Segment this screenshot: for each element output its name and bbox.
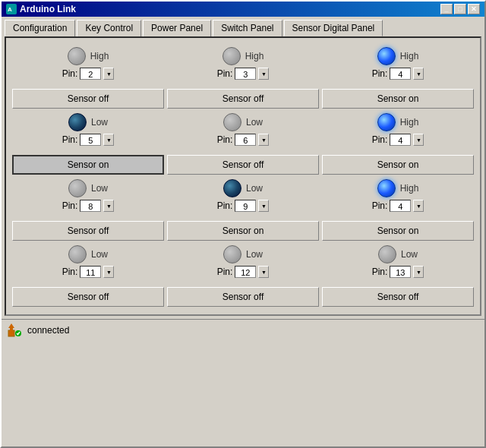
- sensor-btn-0[interactable]: Sensor off: [12, 89, 164, 109]
- pin-value-0[interactable]: 2: [80, 68, 101, 80]
- svg-rect-3: [10, 328, 13, 331]
- sensor-display-row-3: Low Pin: 8 ▼ Low Pin: 9: [12, 176, 474, 218]
- sensor-btn-11[interactable]: Sensor off: [322, 287, 474, 307]
- sensor-display-row-2: Low Pin: 5 ▼ Low Pin: 6: [12, 110, 474, 152]
- pin-label-6: Pin:: [62, 200, 78, 211]
- state-label-6: Low: [91, 183, 108, 194]
- state-label-1: High: [245, 51, 264, 62]
- title-bar: A Arduino Link _ □ ✕: [2, 2, 484, 17]
- sensor-btn-5[interactable]: Sensor on: [322, 155, 474, 175]
- pin-value-6[interactable]: 8: [80, 200, 101, 212]
- tab-sensor-digital-panel[interactable]: Sensor Digital Panel: [284, 20, 383, 36]
- led-1: [222, 47, 241, 65]
- led-6: [68, 179, 87, 197]
- sensor-display-row-1: High Pin: 2 ▼ High Pin: 3: [12, 44, 474, 86]
- led-3: [68, 113, 87, 131]
- status-text: connected: [27, 325, 69, 336]
- sensor-unit-2: High Pin: 4 ▼: [322, 44, 474, 86]
- state-label-5: High: [400, 117, 419, 128]
- pin-dropdown-10[interactable]: ▼: [258, 266, 269, 278]
- pin-value-2[interactable]: 4: [390, 68, 411, 80]
- minimize-button[interactable]: _: [440, 4, 453, 14]
- pin-label-9: Pin:: [62, 267, 78, 277]
- maximize-button[interactable]: □: [454, 4, 466, 14]
- state-label-8: High: [400, 183, 419, 194]
- sensor-btn-8[interactable]: Sensor on: [322, 221, 474, 241]
- window-title: Arduino Link: [20, 4, 76, 14]
- sensor-btn-6[interactable]: Sensor off: [12, 221, 164, 241]
- sensor-unit-11: Low Pin: 13 ▼: [322, 242, 474, 284]
- tab-switch-panel[interactable]: Switch Panel: [213, 20, 282, 36]
- pin-value-3[interactable]: 5: [80, 134, 101, 146]
- pin-dropdown-3[interactable]: ▼: [103, 134, 114, 146]
- state-label-7: Low: [246, 183, 263, 194]
- pin-label-11: Pin:: [372, 267, 388, 277]
- main-window: A Arduino Link _ □ ✕ Configuration Key C…: [0, 0, 486, 448]
- pin-dropdown-1[interactable]: ▼: [258, 68, 269, 80]
- sensor-btn-7[interactable]: Sensor on: [167, 221, 319, 241]
- sensor-btn-3[interactable]: Sensor on: [12, 155, 164, 175]
- pin-label-8: Pin:: [372, 200, 388, 211]
- led-8: [377, 179, 396, 197]
- status-bar: connected: [2, 319, 484, 341]
- pin-dropdown-6[interactable]: ▼: [103, 200, 114, 212]
- connected-icon: [8, 323, 23, 338]
- state-label-2: High: [400, 51, 419, 62]
- tab-power-panel[interactable]: Power Panel: [143, 20, 211, 36]
- pin-label-7: Pin:: [217, 200, 233, 211]
- sensor-btn-1[interactable]: Sensor off: [167, 89, 319, 109]
- tab-configuration[interactable]: Configuration: [5, 20, 75, 36]
- led-5: [377, 113, 396, 131]
- pin-dropdown-11[interactable]: ▼: [413, 266, 424, 278]
- pin-value-8[interactable]: 4: [390, 200, 411, 212]
- title-controls: _ □ ✕: [440, 4, 480, 14]
- sensor-unit-7: Low Pin: 9 ▼: [167, 176, 319, 218]
- sensor-display-row-4: Low Pin: 11 ▼ Low Pin: 12: [12, 242, 474, 284]
- pin-label-4: Pin:: [217, 134, 233, 145]
- led-11: [378, 245, 396, 263]
- btn-row-4: Sensor off Sensor off Sensor off: [12, 287, 474, 307]
- btn-row-3: Sensor off Sensor on Sensor on: [12, 221, 474, 241]
- sensor-unit-3: Low Pin: 5 ▼: [12, 110, 164, 152]
- sensor-btn-10[interactable]: Sensor off: [167, 287, 319, 307]
- pin-label-10: Pin:: [217, 267, 233, 277]
- pin-dropdown-8[interactable]: ▼: [413, 200, 424, 212]
- led-2: [377, 47, 396, 65]
- pin-value-10[interactable]: 12: [235, 266, 256, 278]
- pin-dropdown-4[interactable]: ▼: [258, 134, 269, 146]
- sensor-btn-2[interactable]: Sensor on: [322, 89, 474, 109]
- close-button[interactable]: ✕: [468, 4, 480, 14]
- svg-rect-2: [8, 330, 14, 336]
- sensor-unit-5: High Pin: 4 ▼: [322, 110, 474, 152]
- pin-dropdown-2[interactable]: ▼: [413, 68, 424, 80]
- btn-row-2: Sensor on Sensor off Sensor on: [12, 155, 474, 175]
- sensor-btn-4[interactable]: Sensor off: [167, 155, 319, 175]
- pin-label-5: Pin:: [372, 134, 388, 145]
- state-label-0: High: [90, 51, 109, 62]
- pin-value-7[interactable]: 9: [235, 200, 256, 212]
- pin-value-1[interactable]: 3: [235, 68, 256, 80]
- pin-value-5[interactable]: 4: [390, 134, 411, 146]
- title-bar-left: A Arduino Link: [6, 4, 76, 14]
- tab-key-control[interactable]: Key Control: [77, 20, 141, 36]
- sensor-unit-6: Low Pin: 8 ▼: [12, 176, 164, 218]
- led-9: [68, 245, 87, 263]
- pin-dropdown-7[interactable]: ▼: [258, 200, 269, 212]
- led-7: [223, 179, 241, 197]
- sensor-unit-4: Low Pin: 6 ▼: [167, 110, 319, 152]
- sensor-unit-0: High Pin: 2 ▼: [12, 44, 164, 86]
- sensor-btn-9[interactable]: Sensor off: [12, 287, 164, 307]
- pin-value-4[interactable]: 6: [235, 134, 256, 146]
- svg-marker-4: [8, 323, 14, 328]
- sensor-unit-1: High Pin: 3 ▼: [167, 44, 319, 86]
- pin-value-11[interactable]: 13: [390, 266, 411, 278]
- state-label-3: Low: [91, 117, 108, 128]
- led-10: [223, 245, 241, 263]
- state-label-9: Low: [91, 249, 108, 260]
- sensor-unit-8: High Pin: 4 ▼: [322, 176, 474, 218]
- pin-dropdown-0[interactable]: ▼: [103, 68, 114, 80]
- pin-value-9[interactable]: 11: [80, 266, 101, 278]
- pin-dropdown-9[interactable]: ▼: [103, 266, 114, 278]
- tab-bar: Configuration Key Control Power Panel Sw…: [2, 17, 484, 36]
- pin-dropdown-5[interactable]: ▼: [413, 134, 424, 146]
